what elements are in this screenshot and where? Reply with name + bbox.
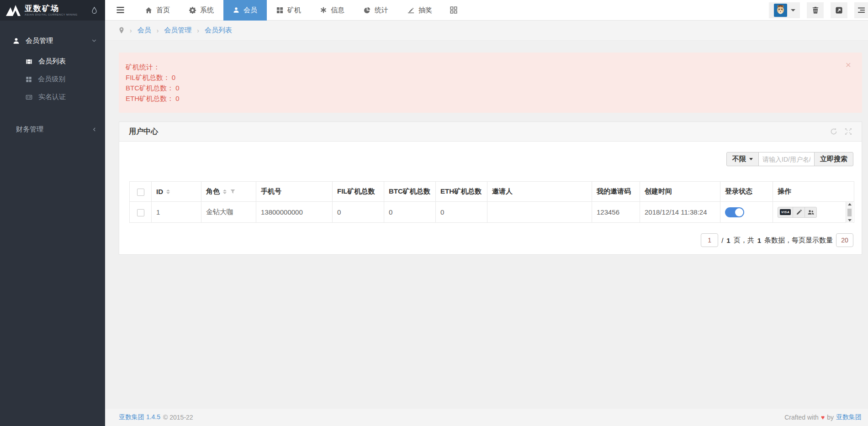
breadcrumb-link-member-list[interactable]: 会员列表 [205,26,232,35]
refresh-icon[interactable] [830,128,837,135]
trash-button[interactable] [807,2,824,18]
pagination-slash: / [721,237,723,244]
members-button[interactable] [804,207,817,218]
sort-icon[interactable] [166,189,170,194]
panel-tools [830,128,852,135]
table-row: 1 金钻大咖 13800000000 0 0 0 123456 2018/12/… [130,202,854,223]
nav-item-label: 抽奖 [418,6,432,15]
heart-icon: ♥ [821,414,825,421]
page-number-input[interactable] [701,233,718,247]
edit-button[interactable] [793,207,805,218]
breadcrumb-link-member[interactable]: 会员 [138,26,151,35]
sidebar-group-finance-management[interactable]: 财务管理 [0,120,105,139]
select-all-checkbox[interactable] [137,189,144,196]
header-role: 角色 [201,182,256,202]
footer-brand-link[interactable]: 亚数集团 1.4.5 [119,413,160,421]
nav-item-miner[interactable]: 矿机 [267,0,311,21]
sidebar-item-label: 会员级别 [38,75,65,84]
search-input[interactable] [758,152,815,166]
login-status-toggle[interactable] [725,207,744,217]
header-checkbox-cell [130,182,152,202]
fullscreen-icon[interactable] [845,128,852,135]
member-table: ID 角色 手机号 FIL矿机总数 BTC矿机总数 ETH矿机总数 邀请人 我的… [129,181,854,223]
table-scrollbar[interactable] [846,202,853,223]
page-size-input[interactable] [836,233,853,247]
breadcrumb-link-member-management[interactable]: 会员管理 [164,26,191,35]
cell-fil-total: 0 [333,202,384,223]
close-icon[interactable]: × [846,60,851,69]
main-area: 首页 系统 会员 矿机 信息 [105,0,868,426]
header-created-at: 创建时间 [640,182,720,202]
sort-icon[interactable] [223,189,227,194]
cell-actions: VISA [773,202,854,223]
sidebar: 亚数矿场 ASIAN DIGITAL CURRENCY MINING 会员管理 … [0,0,105,426]
trash-icon [812,7,819,14]
home-icon [145,7,152,14]
nav-item-stats[interactable]: 统计 [354,0,398,21]
panel-title: 用户中心 [129,127,158,137]
user-avatar-dropdown[interactable] [769,2,800,18]
header-login-status: 登录状态 [720,182,773,202]
alert-line-btc: BTC矿机总数： 0 [126,83,835,93]
pie-chart-icon [364,7,370,14]
crafted-by-text: by [827,414,834,421]
sidebar-item-realname-auth[interactable]: 实名认证 [0,88,105,106]
list-menu-button[interactable] [854,2,868,18]
cell-created-at: 2018/12/14 11:38:24 [640,202,720,223]
panel-body: 不限 立即搜索 [119,142,862,254]
hamburger-menu-icon[interactable] [105,7,136,13]
row-checkbox[interactable] [137,209,144,216]
breadcrumb-separator: › [130,27,132,34]
header-invite-code: 我的邀请码 [592,182,640,202]
sidebar-item-member-level[interactable]: 会员级别 [0,70,105,88]
count-label: 条数据，每页显示数量 [764,236,833,245]
nav-item-home[interactable]: 首页 [136,0,180,21]
gear-icon [189,7,196,14]
users-icon [808,210,814,215]
header-actions: 操作 [773,182,854,202]
total-pages: 1 [726,237,730,244]
nav-item-system[interactable]: 系统 [180,0,223,21]
nav-item-lottery[interactable]: 抽奖 [398,0,442,21]
header-btc-total: BTC矿机总数 [384,182,436,202]
sidebar-group-label: 会员管理 [26,37,53,45]
filter-dropdown-label: 不限 [732,155,746,163]
pagination: / 1 页，共 1 条数据，每页显示数量 [129,233,853,247]
member-table-wrap: ID 角色 手机号 FIL矿机总数 BTC矿机总数 ETH矿机总数 邀请人 我的… [129,181,853,223]
nav-item-info[interactable]: 信息 [311,0,354,21]
header-id: ID [152,182,201,202]
cell-invite-code: 123456 [592,202,640,223]
breadcrumb-separator: › [157,27,159,34]
nav-item-label: 首页 [156,6,170,15]
breadcrumb: › 会员 › 会员管理 › 会员列表 [105,21,868,41]
user-icon [233,7,239,13]
scrollbar-thumb[interactable] [847,209,852,216]
user-icon [13,37,20,44]
scroll-up-icon[interactable] [848,203,852,205]
sidebar-submenu: 会员列表 会员级别 实名认证 [0,51,105,107]
cell-eth-total: 0 [436,202,487,223]
cell-role: 金钻大咖 [201,202,256,223]
filter-dropdown-button[interactable]: 不限 [726,152,759,166]
nav-item-member[interactable]: 会员 [223,0,267,21]
sidebar-item-member-list[interactable]: 会员列表 [0,53,105,70]
external-link-button[interactable] [831,2,847,18]
scroll-down-icon[interactable] [848,219,852,221]
signature-icon [408,7,414,14]
apps-grid-icon[interactable] [442,6,466,14]
table-header-row: ID 角色 手机号 FIL矿机总数 BTC矿机总数 ETH矿机总数 邀请人 我的… [130,182,854,202]
visa-card-button[interactable]: VISA [778,207,793,218]
filter-icon[interactable] [230,189,235,194]
footer: 亚数集团 1.4.5 © 2015-22 Crafted with ♥ by 亚… [105,409,868,426]
pages-label: 页，共 [734,236,754,245]
map-marker-icon [119,27,124,34]
search-button[interactable]: 立即搜索 [814,152,853,166]
chevron-left-icon [92,127,97,132]
footer-crafted: Crafted with ♥ by 亚数集团 [784,413,862,421]
caret-down-icon [791,9,795,11]
sidebar-group-member-management[interactable]: 会员管理 [0,31,105,51]
cell-inviter [487,202,592,223]
id-card-icon [26,94,32,100]
footer-crafted-brand-link[interactable]: 亚数集团 [836,413,862,421]
nav-item-label: 信息 [331,6,344,15]
